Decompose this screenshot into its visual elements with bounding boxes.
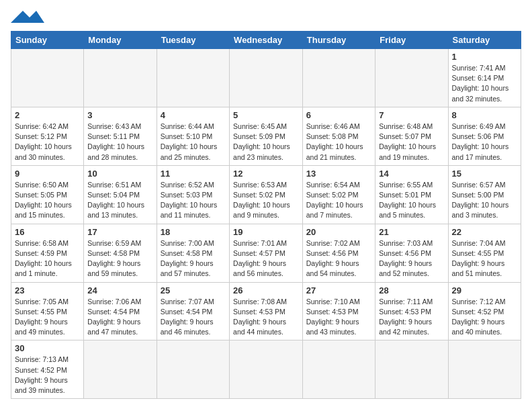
- calendar-cell: 20Sunrise: 7:02 AM Sunset: 4:56 PM Dayli…: [302, 224, 375, 282]
- day-info: Sunrise: 7:00 AM Sunset: 4:58 PM Dayligh…: [161, 238, 226, 279]
- weekday-header: Wednesday: [230, 32, 303, 49]
- calendar-cell: 28Sunrise: 7:11 AM Sunset: 4:53 PM Dayli…: [375, 282, 448, 340]
- calendar-cell: [448, 340, 521, 399]
- calendar-cell: [302, 49, 375, 107]
- calendar-cell: 14Sunrise: 6:55 AM Sunset: 5:01 PM Dayli…: [375, 165, 448, 224]
- calendar-cell: 8Sunrise: 6:49 AM Sunset: 5:06 PM Daylig…: [448, 107, 521, 165]
- calendar-header: SundayMondayTuesdayWednesdayThursdayFrid…: [11, 32, 521, 49]
- day-info: Sunrise: 7:07 AM Sunset: 4:54 PM Dayligh…: [161, 297, 226, 338]
- logo-icon: [11, 11, 44, 24]
- date-number: 30: [15, 343, 80, 353]
- date-number: 9: [15, 169, 80, 179]
- calendar-cell: 7Sunrise: 6:48 AM Sunset: 5:07 PM Daylig…: [375, 107, 448, 165]
- calendar-cell: 13Sunrise: 6:54 AM Sunset: 5:02 PM Dayli…: [302, 165, 375, 224]
- day-info: Sunrise: 7:04 AM Sunset: 4:55 PM Dayligh…: [452, 238, 518, 279]
- calendar-cell: 4Sunrise: 6:44 AM Sunset: 5:10 PM Daylig…: [157, 107, 229, 165]
- calendar-cell: [157, 340, 229, 399]
- calendar-week-row: 23Sunrise: 7:05 AM Sunset: 4:55 PM Dayli…: [11, 282, 521, 340]
- calendar-cell: 27Sunrise: 7:10 AM Sunset: 4:53 PM Dayli…: [302, 282, 375, 340]
- date-number: 14: [379, 169, 444, 179]
- date-number: 19: [233, 227, 299, 237]
- day-info: Sunrise: 6:59 AM Sunset: 4:58 PM Dayligh…: [87, 238, 152, 279]
- date-number: 15: [452, 169, 518, 179]
- day-info: Sunrise: 6:45 AM Sunset: 5:09 PM Dayligh…: [233, 122, 299, 163]
- calendar-cell: [230, 340, 303, 399]
- date-number: 20: [306, 227, 371, 237]
- date-number: 18: [161, 227, 226, 237]
- date-number: 22: [452, 227, 518, 237]
- calendar-week-row: 30Sunrise: 7:13 AM Sunset: 4:52 PM Dayli…: [11, 340, 521, 399]
- weekday-header: Monday: [84, 32, 157, 49]
- day-info: Sunrise: 6:50 AM Sunset: 5:05 PM Dayligh…: [15, 180, 80, 221]
- day-info: Sunrise: 7:03 AM Sunset: 4:56 PM Dayligh…: [379, 238, 444, 279]
- weekday-header: Friday: [375, 32, 448, 49]
- logo: [11, 11, 44, 24]
- day-info: Sunrise: 6:58 AM Sunset: 4:59 PM Dayligh…: [15, 238, 80, 279]
- calendar-cell: 29Sunrise: 7:12 AM Sunset: 4:52 PM Dayli…: [448, 282, 521, 340]
- day-info: Sunrise: 7:10 AM Sunset: 4:53 PM Dayligh…: [306, 297, 371, 338]
- date-number: 24: [87, 285, 152, 295]
- day-info: Sunrise: 7:13 AM Sunset: 4:52 PM Dayligh…: [15, 355, 80, 396]
- calendar-cell: 26Sunrise: 7:08 AM Sunset: 4:53 PM Dayli…: [230, 282, 303, 340]
- day-info: Sunrise: 6:57 AM Sunset: 5:00 PM Dayligh…: [452, 180, 518, 221]
- date-number: 12: [233, 169, 299, 179]
- calendar-cell: [375, 49, 448, 107]
- calendar-table: SundayMondayTuesdayWednesdayThursdayFrid…: [11, 31, 521, 399]
- date-number: 1: [452, 52, 518, 62]
- date-number: 21: [379, 227, 444, 237]
- day-info: Sunrise: 6:51 AM Sunset: 5:04 PM Dayligh…: [87, 180, 152, 221]
- calendar-week-row: 1Sunrise: 7:41 AM Sunset: 6:14 PM Daylig…: [11, 49, 521, 107]
- date-number: 4: [161, 110, 226, 120]
- calendar-week-row: 9Sunrise: 6:50 AM Sunset: 5:05 PM Daylig…: [11, 165, 521, 224]
- date-number: 3: [87, 110, 152, 120]
- calendar-cell: 9Sunrise: 6:50 AM Sunset: 5:05 PM Daylig…: [11, 165, 84, 224]
- date-number: 13: [306, 169, 371, 179]
- calendar-cell: 24Sunrise: 7:06 AM Sunset: 4:54 PM Dayli…: [84, 282, 157, 340]
- calendar-cell: 5Sunrise: 6:45 AM Sunset: 5:09 PM Daylig…: [230, 107, 303, 165]
- calendar-cell: [302, 340, 375, 399]
- day-info: Sunrise: 6:48 AM Sunset: 5:07 PM Dayligh…: [379, 122, 444, 163]
- day-info: Sunrise: 7:08 AM Sunset: 4:53 PM Dayligh…: [233, 297, 299, 338]
- day-info: Sunrise: 6:44 AM Sunset: 5:10 PM Dayligh…: [161, 122, 226, 163]
- weekday-header: Tuesday: [157, 32, 229, 49]
- day-info: Sunrise: 7:41 AM Sunset: 6:14 PM Dayligh…: [452, 63, 518, 104]
- page-header: [11, 11, 521, 24]
- day-info: Sunrise: 7:05 AM Sunset: 4:55 PM Dayligh…: [15, 297, 80, 338]
- date-number: 6: [306, 110, 371, 120]
- weekday-header: Saturday: [448, 32, 521, 49]
- day-info: Sunrise: 7:06 AM Sunset: 4:54 PM Dayligh…: [87, 297, 152, 338]
- calendar-cell: 10Sunrise: 6:51 AM Sunset: 5:04 PM Dayli…: [84, 165, 157, 224]
- calendar-cell: 23Sunrise: 7:05 AM Sunset: 4:55 PM Dayli…: [11, 282, 84, 340]
- calendar-cell: 25Sunrise: 7:07 AM Sunset: 4:54 PM Dayli…: [157, 282, 229, 340]
- date-number: 29: [452, 285, 518, 295]
- calendar-cell: 1Sunrise: 7:41 AM Sunset: 6:14 PM Daylig…: [448, 49, 521, 107]
- calendar-cell: [230, 49, 303, 107]
- day-info: Sunrise: 6:55 AM Sunset: 5:01 PM Dayligh…: [379, 180, 444, 221]
- calendar-week-row: 2Sunrise: 6:42 AM Sunset: 5:12 PM Daylig…: [11, 107, 521, 165]
- date-number: 17: [87, 227, 152, 237]
- calendar-cell: 22Sunrise: 7:04 AM Sunset: 4:55 PM Dayli…: [448, 224, 521, 282]
- weekday-header: Thursday: [302, 32, 375, 49]
- day-info: Sunrise: 7:01 AM Sunset: 4:57 PM Dayligh…: [233, 238, 299, 279]
- calendar-cell: 21Sunrise: 7:03 AM Sunset: 4:56 PM Dayli…: [375, 224, 448, 282]
- date-number: 28: [379, 285, 444, 295]
- calendar-cell: 3Sunrise: 6:43 AM Sunset: 5:11 PM Daylig…: [84, 107, 157, 165]
- calendar-cell: 11Sunrise: 6:52 AM Sunset: 5:03 PM Dayli…: [157, 165, 229, 224]
- weekday-header: Sunday: [11, 32, 84, 49]
- date-number: 10: [87, 169, 152, 179]
- calendar-cell: 16Sunrise: 6:58 AM Sunset: 4:59 PM Dayli…: [11, 224, 84, 282]
- calendar-cell: [84, 340, 157, 399]
- day-info: Sunrise: 6:54 AM Sunset: 5:02 PM Dayligh…: [306, 180, 371, 221]
- day-info: Sunrise: 6:43 AM Sunset: 5:11 PM Dayligh…: [87, 122, 152, 163]
- day-info: Sunrise: 7:12 AM Sunset: 4:52 PM Dayligh…: [452, 297, 518, 338]
- date-number: 11: [161, 169, 226, 179]
- calendar-week-row: 16Sunrise: 6:58 AM Sunset: 4:59 PM Dayli…: [11, 224, 521, 282]
- date-number: 23: [15, 285, 80, 295]
- calendar-cell: 15Sunrise: 6:57 AM Sunset: 5:00 PM Dayli…: [448, 165, 521, 224]
- calendar-cell: 19Sunrise: 7:01 AM Sunset: 4:57 PM Dayli…: [230, 224, 303, 282]
- calendar-cell: 30Sunrise: 7:13 AM Sunset: 4:52 PM Dayli…: [11, 340, 84, 399]
- date-number: 8: [452, 110, 518, 120]
- day-info: Sunrise: 7:11 AM Sunset: 4:53 PM Dayligh…: [379, 297, 444, 338]
- date-number: 26: [233, 285, 299, 295]
- date-number: 2: [15, 110, 80, 120]
